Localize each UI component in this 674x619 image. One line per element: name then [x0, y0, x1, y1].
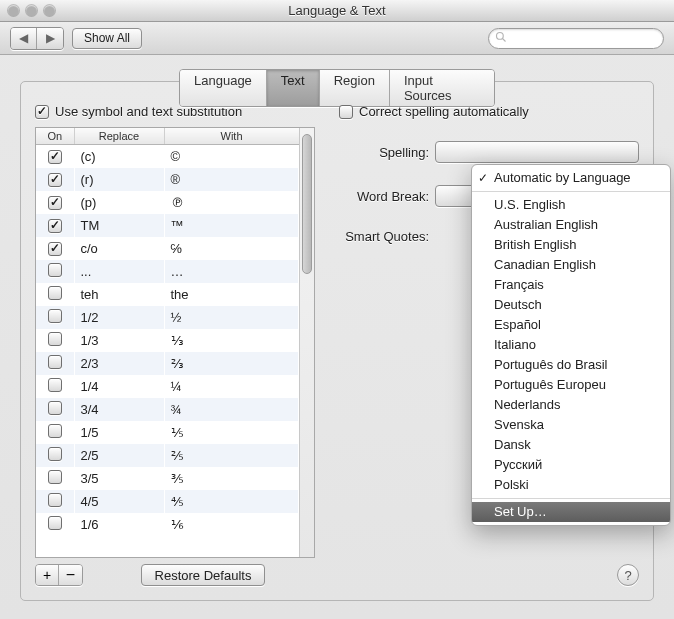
menu-item[interactable]: U.S. English: [472, 195, 670, 215]
with-cell[interactable]: ⅔: [164, 352, 299, 375]
row-checkbox[interactable]: [48, 309, 62, 323]
menu-item[interactable]: Set Up…: [472, 502, 670, 522]
table-row[interactable]: TM™: [36, 214, 299, 237]
with-cell[interactable]: ⅘: [164, 490, 299, 513]
table-row[interactable]: 2/5⅖: [36, 444, 299, 467]
table-row[interactable]: 2/3⅔: [36, 352, 299, 375]
row-checkbox[interactable]: [48, 516, 62, 530]
table-row[interactable]: ...…: [36, 260, 299, 283]
with-cell[interactable]: ⅖: [164, 444, 299, 467]
col-replace[interactable]: Replace: [74, 128, 164, 145]
help-button[interactable]: ?: [617, 564, 639, 586]
table-row[interactable]: tehthe: [36, 283, 299, 306]
replace-cell[interactable]: 1/5: [74, 421, 164, 444]
with-cell[interactable]: …: [164, 260, 299, 283]
menu-item[interactable]: Deutsch: [472, 295, 670, 315]
table-row[interactable]: c/o℅: [36, 237, 299, 260]
with-cell[interactable]: ®: [164, 168, 299, 191]
table-row[interactable]: 3/5⅗: [36, 467, 299, 490]
table-row[interactable]: 3/4¾: [36, 398, 299, 421]
restore-defaults-button[interactable]: Restore Defaults: [141, 564, 266, 586]
row-checkbox[interactable]: [48, 150, 62, 164]
row-checkbox[interactable]: [48, 196, 62, 210]
row-checkbox[interactable]: [48, 424, 62, 438]
col-with[interactable]: With: [164, 128, 299, 145]
menu-item[interactable]: Español: [472, 315, 670, 335]
menu-item[interactable]: Canadian English: [472, 255, 670, 275]
replace-cell[interactable]: (c): [74, 145, 164, 168]
menu-item[interactable]: Nederlands: [472, 395, 670, 415]
table-row[interactable]: 1/3⅓: [36, 329, 299, 352]
spelling-popup[interactable]: [435, 141, 639, 163]
table-row[interactable]: 1/5⅕: [36, 421, 299, 444]
menu-item[interactable]: Русский: [472, 455, 670, 475]
replace-cell[interactable]: 1/2: [74, 306, 164, 329]
menu-item[interactable]: Svenska: [472, 415, 670, 435]
tab-text[interactable]: Text: [267, 70, 320, 106]
row-checkbox[interactable]: [48, 173, 62, 187]
menu-item[interactable]: British English: [472, 235, 670, 255]
correct-spelling-checkbox[interactable]: Correct spelling automatically: [339, 104, 639, 119]
replace-cell[interactable]: 3/5: [74, 467, 164, 490]
menu-item[interactable]: Dansk: [472, 435, 670, 455]
replace-cell[interactable]: 1/6: [74, 513, 164, 536]
menu-item[interactable]: Polski: [472, 475, 670, 495]
row-checkbox[interactable]: [48, 470, 62, 484]
with-cell[interactable]: ¾: [164, 398, 299, 421]
with-cell[interactable]: the: [164, 283, 299, 306]
replace-cell[interactable]: 1/3: [74, 329, 164, 352]
search-field[interactable]: [488, 28, 664, 49]
table-row[interactable]: (p)℗: [36, 191, 299, 214]
table-row[interactable]: 4/5⅘: [36, 490, 299, 513]
with-cell[interactable]: ™: [164, 214, 299, 237]
with-cell[interactable]: ℗: [164, 191, 299, 214]
col-on[interactable]: On: [36, 128, 74, 145]
tab-region[interactable]: Region: [320, 70, 390, 106]
with-cell[interactable]: ⅗: [164, 467, 299, 490]
replace-cell[interactable]: 1/4: [74, 375, 164, 398]
row-checkbox[interactable]: [48, 242, 62, 256]
row-checkbox[interactable]: [48, 378, 62, 392]
menu-item[interactable]: Português Europeu: [472, 375, 670, 395]
replace-cell[interactable]: ...: [74, 260, 164, 283]
replace-cell[interactable]: 4/5: [74, 490, 164, 513]
row-checkbox[interactable]: [48, 447, 62, 461]
menu-item[interactable]: Français: [472, 275, 670, 295]
table-row[interactable]: (c)©: [36, 145, 299, 168]
scrollbar[interactable]: [299, 128, 314, 557]
replace-cell[interactable]: (p): [74, 191, 164, 214]
tab-language[interactable]: Language: [180, 70, 267, 106]
replace-cell[interactable]: 2/5: [74, 444, 164, 467]
replace-cell[interactable]: TM: [74, 214, 164, 237]
back-button[interactable]: ◀: [11, 28, 37, 49]
table-row[interactable]: 1/4¼: [36, 375, 299, 398]
replace-cell[interactable]: 2/3: [74, 352, 164, 375]
with-cell[interactable]: ⅕: [164, 421, 299, 444]
replace-cell[interactable]: 3/4: [74, 398, 164, 421]
menu-item[interactable]: Italiano: [472, 335, 670, 355]
row-checkbox[interactable]: [48, 493, 62, 507]
row-checkbox[interactable]: [48, 401, 62, 415]
spelling-menu[interactable]: Automatic by LanguageU.S. EnglishAustral…: [471, 164, 671, 526]
remove-button[interactable]: −: [59, 565, 82, 585]
table-row[interactable]: 1/2½: [36, 306, 299, 329]
with-cell[interactable]: ℅: [164, 237, 299, 260]
replace-cell[interactable]: teh: [74, 283, 164, 306]
table-row[interactable]: (r)®: [36, 168, 299, 191]
forward-button[interactable]: ▶: [37, 28, 63, 49]
search-input[interactable]: [511, 30, 665, 46]
row-checkbox[interactable]: [48, 332, 62, 346]
row-checkbox[interactable]: [48, 355, 62, 369]
replace-cell[interactable]: c/o: [74, 237, 164, 260]
table-row[interactable]: 1/6⅙: [36, 513, 299, 536]
menu-item[interactable]: Automatic by Language: [472, 168, 670, 188]
add-button[interactable]: +: [36, 565, 59, 585]
with-cell[interactable]: ©: [164, 145, 299, 168]
row-checkbox[interactable]: [48, 263, 62, 277]
menu-item[interactable]: Português do Brasil: [472, 355, 670, 375]
row-checkbox[interactable]: [48, 286, 62, 300]
with-cell[interactable]: ⅓: [164, 329, 299, 352]
show-all-button[interactable]: Show All: [72, 28, 142, 49]
with-cell[interactable]: ⅙: [164, 513, 299, 536]
tab-input-sources[interactable]: Input Sources: [390, 70, 494, 106]
